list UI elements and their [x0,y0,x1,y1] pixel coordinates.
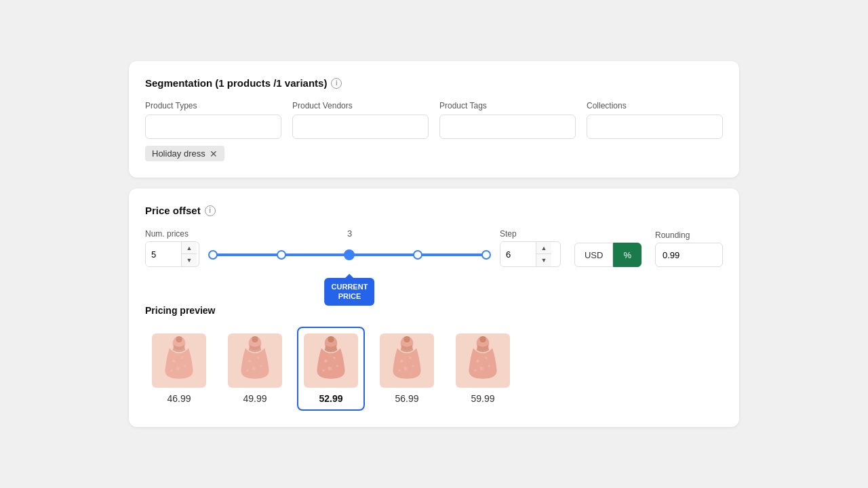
slider-track[interactable]: CURRENT PRICE [213,253,486,256]
preview-price-3: 52.99 [319,393,342,404]
slider-dot-1[interactable] [208,250,218,260]
svg-point-4 [184,365,187,367]
tooltip-line1: CURRENT [332,283,368,291]
svg-point-24 [403,366,408,370]
preview-item-image-1 [152,333,206,388]
collections-label: Collections [587,101,723,110]
step-input[interactable] [500,242,536,266]
svg-point-25 [412,365,415,367]
num-prices-group: Num. prices ▲ ▼ [145,229,199,267]
svg-point-10 [252,366,256,370]
preview-item-4[interactable]: 56.99 [373,327,441,411]
product-vendors-label: Product Vendors [292,101,429,110]
svg-point-17 [328,366,332,370]
price-offset-title: Price offset i [145,205,723,216]
step-stepper-buttons: ▲ ▼ [536,242,551,266]
svg-point-33 [474,369,477,371]
svg-point-32 [488,365,491,367]
preview-price-2: 49.99 [243,393,267,404]
rounding-group: Rounding [655,230,723,267]
product-tags-field: Product Tags [439,101,576,139]
svg-point-23 [409,356,412,359]
preview-price-5: 59.99 [471,393,494,404]
stepper-buttons: ▲ ▼ [181,242,197,266]
slider-wrapper: CURRENT PRICE [213,243,486,267]
svg-point-5 [170,369,173,371]
currency-usd-button[interactable]: USD [574,243,613,267]
product-tags-input[interactable] [439,115,576,139]
svg-point-9 [257,356,260,359]
svg-point-19 [322,369,325,371]
svg-point-12 [246,369,249,371]
product-types-field: Product Types [145,101,281,139]
slider-current-value: 3 [347,228,352,239]
segmentation-fields: Product Types Product Vendors Product Ta… [145,101,723,139]
currency-toggle: USD % [574,243,642,267]
product-tags-label: Product Tags [439,101,576,110]
holiday-dress-tag: Holiday dress ✕ [145,146,224,161]
num-prices-stepper: ▲ ▼ [145,241,199,267]
preview-price-1: 46.99 [167,393,191,404]
num-prices-input[interactable] [146,242,181,266]
preview-item-image-3 [304,333,358,388]
slider-dot-4[interactable] [413,250,422,260]
tag-label: Holiday dress [152,148,205,159]
svg-point-22 [400,359,403,363]
segmentation-title-text: Segmentation (1 products /1 variants) [145,77,327,89]
svg-point-26 [398,369,401,371]
preview-item-3[interactable]: 52.99 [297,327,365,411]
price-offset-card: Price offset i Num. prices ▲ ▼ 3 [129,188,739,427]
product-types-input[interactable] [145,115,281,139]
rounding-label: Rounding [655,230,723,240]
tooltip-line2: PRICE [338,292,361,300]
slider-dot-5[interactable] [481,250,491,260]
stepper-down-button[interactable]: ▼ [182,254,197,266]
collections-input[interactable] [587,115,723,139]
svg-point-30 [485,356,488,359]
preview-price-4: 56.99 [395,393,418,404]
slider-dot-3[interactable] [344,249,355,260]
stepper-up-button[interactable]: ▲ [182,242,197,254]
product-vendors-input[interactable] [292,115,429,139]
pricing-preview-title: Pricing preview [145,305,723,316]
slider-area: 3 CURRENT [213,228,486,267]
svg-point-3 [176,366,180,370]
svg-point-6 [176,336,182,342]
svg-point-15 [324,359,328,363]
preview-item-5[interactable]: 59.99 [449,327,517,411]
controls-row: Num. prices ▲ ▼ 3 [145,228,723,267]
segmentation-title: Segmentation (1 products /1 variants) i [145,77,723,89]
svg-point-29 [476,359,479,363]
preview-item-image-2 [228,333,282,388]
step-up-button[interactable]: ▲ [536,242,551,254]
num-prices-label: Num. prices [145,229,199,239]
rounding-input[interactable] [655,243,723,267]
step-stepper: ▲ ▼ [500,241,561,267]
svg-point-31 [479,366,484,370]
step-down-button[interactable]: ▼ [536,254,551,266]
tag-row: Holiday dress ✕ [145,146,723,161]
product-types-label: Product Types [145,101,281,110]
svg-point-2 [181,356,184,359]
preview-item-image-5 [456,333,510,388]
currency-percent-button[interactable]: % [613,243,642,267]
slider-dot-2[interactable] [277,250,286,260]
svg-point-1 [172,359,176,363]
price-offset-info-icon[interactable]: i [205,205,216,216]
svg-point-8 [248,359,252,363]
collections-field: Collections [587,101,723,139]
svg-point-11 [260,365,263,367]
step-group: Step ▲ ▼ [500,229,561,267]
segmentation-card: Segmentation (1 products /1 variants) i … [129,61,739,178]
svg-point-13 [252,336,258,342]
svg-point-34 [479,336,486,342]
segmentation-info-icon[interactable]: i [331,78,342,89]
tag-remove-button[interactable]: ✕ [210,149,218,159]
product-vendors-field: Product Vendors [292,101,429,139]
current-price-tooltip: CURRENT PRICE [325,278,375,306]
preview-item-2[interactable]: 49.99 [221,327,289,411]
preview-items: 46.99 49.99 52.99 [145,327,723,411]
svg-point-27 [403,336,410,342]
preview-item-1[interactable]: 46.99 [145,327,213,411]
step-label: Step [500,229,561,239]
